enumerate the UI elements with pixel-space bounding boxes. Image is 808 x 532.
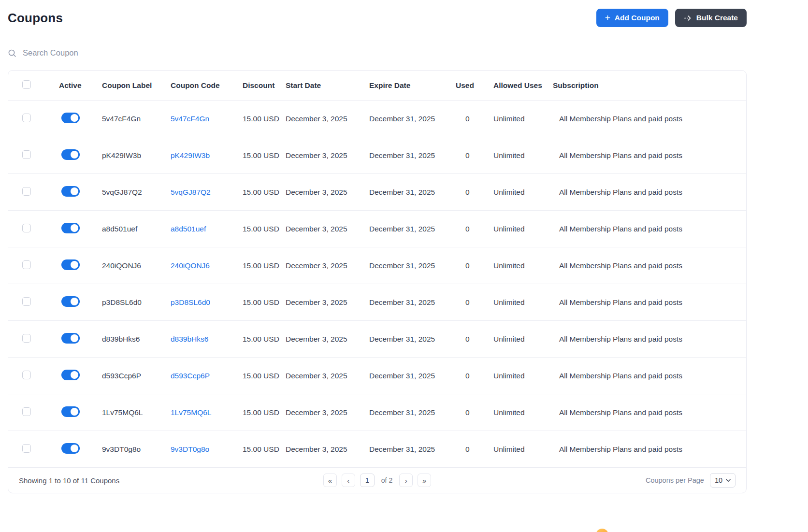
table-row: 5v47cF4Gn 5v47cF4Gn 15.00 USD December 3… [8, 101, 746, 137]
page-number-input[interactable]: 1 [360, 474, 375, 487]
next-page-icon: › [405, 476, 407, 485]
header-checkbox-cell [8, 80, 52, 91]
coupon-code-cell: pK429IW3b [171, 151, 243, 160]
row-checkbox-cell [8, 187, 52, 198]
row-active-cell [52, 186, 102, 199]
coupon-code-link[interactable]: d839bHks6 [171, 335, 208, 343]
coupon-allowed-uses: Unlimited [493, 372, 553, 380]
coupon-code-link[interactable]: d593Ccp6P [171, 372, 210, 380]
topbar-actions: + Add Coupon Bulk Create [596, 9, 747, 27]
coupon-used-count: 0 [456, 408, 493, 417]
coupon-expire-date: December 31, 2025 [369, 372, 456, 380]
row-checkbox[interactable] [22, 334, 31, 343]
table-row: d839bHks6 d839bHks6 15.00 USD December 3… [8, 321, 746, 358]
row-checkbox[interactable] [22, 260, 31, 269]
per-page-label: Coupons per Page [646, 476, 704, 484]
active-toggle[interactable] [61, 186, 80, 197]
row-active-cell [52, 113, 102, 125]
chevron-down-icon [726, 479, 731, 482]
coupon-code-link[interactable]: 5vqGJ87Q2 [171, 188, 211, 196]
table-row: a8d501uef a8d501uef 15.00 USD December 3… [8, 211, 746, 247]
row-active-cell [52, 296, 102, 309]
row-checkbox[interactable] [22, 150, 31, 159]
coupon-code-link[interactable]: 240iQONJ6 [171, 261, 210, 270]
coupon-code-link[interactable]: 5v47cF4Gn [171, 115, 209, 123]
coupon-code-cell: d839bHks6 [171, 335, 243, 344]
coupon-discount: 15.00 USD [243, 372, 286, 380]
coupon-discount: 15.00 USD [243, 261, 286, 270]
toggle-knob [71, 151, 78, 158]
coupon-code-link[interactable]: p3D8SL6d0 [171, 298, 210, 306]
last-page-button[interactable]: » [418, 474, 431, 487]
active-toggle[interactable] [61, 296, 80, 307]
page-title: Coupons [8, 11, 63, 26]
row-checkbox[interactable] [22, 114, 31, 122]
coupon-start-date: December 3, 2025 [286, 115, 369, 123]
row-checkbox-cell [8, 224, 52, 234]
column-header-coupon-label: Coupon Label [102, 81, 171, 90]
coupon-allowed-uses: Unlimited [493, 298, 553, 307]
page-of-text: of 2 [381, 476, 392, 484]
coupon-discount: 15.00 USD [243, 445, 286, 454]
coupon-code-link[interactable]: pK429IW3b [171, 151, 210, 159]
coupon-code-link[interactable]: a8d501uef [171, 225, 206, 233]
coupon-discount: 15.00 USD [243, 151, 286, 160]
row-checkbox[interactable] [22, 444, 31, 453]
coupon-label: a8d501uef [102, 225, 171, 233]
coupon-code-cell: d593Ccp6P [171, 372, 243, 380]
coupon-code-cell: p3D8SL6d0 [171, 298, 243, 307]
active-toggle[interactable] [61, 370, 80, 380]
coupon-used-count: 0 [456, 372, 493, 380]
coupon-code-cell: 240iQONJ6 [171, 261, 243, 270]
column-header-subscription: Subscription [553, 81, 746, 90]
row-checkbox-cell [8, 114, 52, 124]
coupon-code-cell: 5v47cF4Gn [171, 115, 243, 123]
row-checkbox[interactable] [22, 407, 31, 416]
coupon-expire-date: December 31, 2025 [369, 335, 456, 344]
active-toggle[interactable] [61, 406, 80, 417]
first-page-button[interactable]: « [323, 474, 337, 487]
row-checkbox[interactable] [22, 187, 31, 196]
next-page-button[interactable]: › [399, 474, 413, 487]
table-row: 240iQONJ6 240iQONJ6 15.00 USD December 3… [8, 247, 746, 284]
toggle-knob [71, 408, 78, 416]
coupon-allowed-uses: Unlimited [493, 261, 553, 270]
coupons-page: Coupons + Add Coupon Bulk Create [0, 0, 754, 493]
coupon-subscription: All Membership Plans and paid posts [553, 151, 746, 160]
row-active-cell [52, 259, 102, 272]
prev-page-button[interactable]: ‹ [342, 474, 355, 487]
row-checkbox[interactable] [22, 371, 31, 379]
floating-beacon[interactable] [596, 529, 608, 532]
add-coupon-button[interactable]: + Add Coupon [596, 9, 668, 27]
per-page-value: 10 [715, 476, 722, 484]
coupon-code-link[interactable]: 1Lv75MQ6L [171, 408, 211, 417]
row-checkbox[interactable] [22, 297, 31, 306]
coupon-used-count: 0 [456, 188, 493, 197]
coupon-code-link[interactable]: 9v3DT0g8o [171, 445, 209, 453]
table-row: d593Ccp6P d593Ccp6P 15.00 USD December 3… [8, 358, 746, 394]
row-checkbox[interactable] [22, 224, 31, 232]
row-active-cell [52, 223, 102, 235]
coupon-label: pK429IW3b [102, 151, 171, 160]
coupon-label: 1Lv75MQ6L [102, 408, 171, 417]
select-all-checkbox[interactable] [22, 80, 31, 89]
active-toggle[interactable] [61, 333, 80, 344]
coupon-subscription: All Membership Plans and paid posts [553, 335, 746, 344]
search-input[interactable] [22, 48, 225, 58]
active-toggle[interactable] [61, 259, 80, 270]
bulk-create-button[interactable]: Bulk Create [675, 9, 747, 27]
active-toggle[interactable] [61, 223, 80, 233]
coupon-subscription: All Membership Plans and paid posts [553, 445, 746, 454]
bulk-create-icon [684, 14, 692, 22]
table-row: 1Lv75MQ6L 1Lv75MQ6L 15.00 USD December 3… [8, 394, 746, 431]
active-toggle[interactable] [61, 149, 80, 160]
active-toggle[interactable] [61, 443, 80, 454]
table-row: pK429IW3b pK429IW3b 15.00 USD December 3… [8, 137, 746, 174]
coupon-label: p3D8SL6d0 [102, 298, 171, 307]
coupon-expire-date: December 31, 2025 [369, 408, 456, 417]
coupon-subscription: All Membership Plans and paid posts [553, 298, 746, 307]
per-page-select[interactable]: 10 [710, 473, 736, 488]
toggle-knob [71, 261, 78, 269]
active-toggle[interactable] [61, 113, 80, 123]
coupon-used-count: 0 [456, 225, 493, 233]
